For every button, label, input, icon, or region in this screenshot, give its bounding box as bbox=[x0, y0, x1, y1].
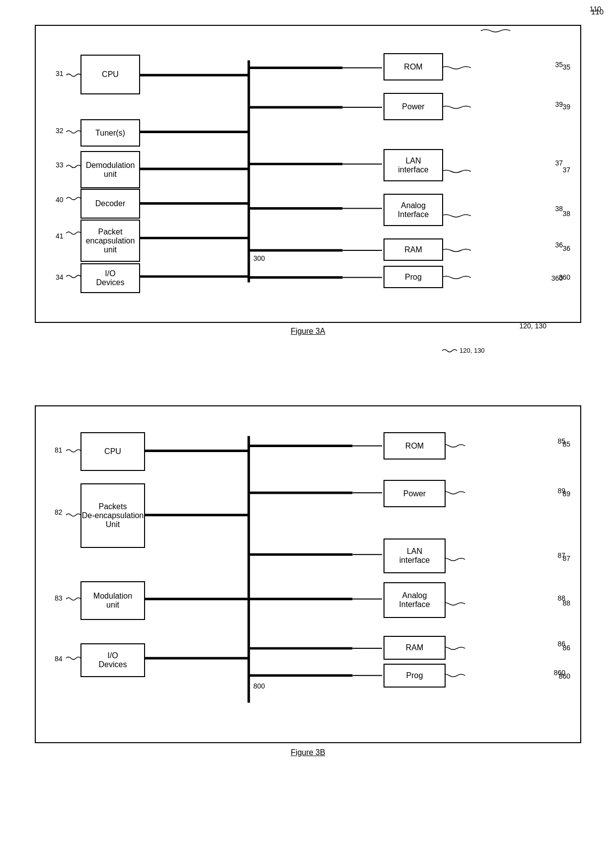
prog-a-label: Prog bbox=[405, 273, 422, 282]
ram-b-refnum: 86 bbox=[562, 644, 570, 652]
rom-a-box: ROM bbox=[384, 53, 443, 80]
rom-a-ref: 35 bbox=[555, 61, 563, 69]
cpu-a-label: CPU bbox=[102, 70, 119, 79]
io-a-box: I/O Devices bbox=[80, 263, 140, 293]
lan-a-label: LAN interface bbox=[398, 156, 428, 174]
bus-a-label: 300 bbox=[253, 254, 265, 262]
packets-b-ref: 82 bbox=[55, 508, 63, 516]
power-b-label: Power bbox=[403, 489, 426, 498]
fig3b-caption-area: Figure 3B bbox=[10, 748, 606, 757]
rom-b-box: ROM bbox=[384, 432, 446, 460]
between-diagrams: 120, 130 bbox=[35, 336, 581, 366]
fig3a-caption-area: Figure 3A 120, 130 bbox=[10, 327, 606, 336]
analog-b-refnum: 88 bbox=[562, 599, 570, 607]
demod-a-box: Demodulation unit bbox=[80, 151, 140, 188]
power-a-ref2: 39 bbox=[562, 103, 570, 111]
bus-b-label: 800 bbox=[253, 682, 265, 690]
ram-b-box: RAM bbox=[384, 636, 446, 660]
modulation-b-label: Modulation unit bbox=[93, 592, 132, 610]
decoder-a-label: Decoder bbox=[95, 199, 125, 208]
lan-a-ref2: 37 bbox=[562, 166, 570, 174]
lan-b-refnum: 87 bbox=[562, 554, 570, 562]
analog-a-label: Analog Interface bbox=[398, 201, 429, 219]
rom-a-ref2: 35 bbox=[562, 63, 570, 71]
analog-a-box: Analog Interface bbox=[384, 194, 443, 226]
packet-a-box: Packet encapsulation unit bbox=[80, 220, 140, 262]
prog-b-box: Prog bbox=[384, 664, 446, 688]
power-b-refnum: 89 bbox=[562, 490, 570, 498]
packet-a-label: Packet encapsulation unit bbox=[86, 228, 135, 254]
ram-a-ref: 36 bbox=[555, 241, 563, 249]
tuners-a-label: Tuner(s) bbox=[95, 129, 125, 138]
analog-a-ref2: 38 bbox=[562, 210, 570, 218]
analog-b-box: Analog Interface bbox=[384, 582, 446, 618]
analog-b-label: Analog Interface bbox=[399, 591, 430, 609]
cpu-b-box: CPU bbox=[80, 432, 145, 471]
cpu-a-box: CPU bbox=[80, 55, 140, 94]
lan-a-box: LAN interface bbox=[384, 149, 443, 181]
figure-3a-container: CPU 31 Tuner(s) 32 Demodulation unit 33 … bbox=[35, 25, 581, 323]
rom-b-refnum: 85 bbox=[562, 440, 570, 448]
io-b-ref: 84 bbox=[55, 655, 63, 663]
prog-b-refnum: 860 bbox=[559, 672, 570, 680]
cpu-b-ref: 81 bbox=[55, 446, 63, 454]
ram-a-label: RAM bbox=[404, 245, 422, 254]
decoder-a-ref: 40 bbox=[56, 196, 64, 204]
rom-b-label: ROM bbox=[405, 442, 424, 451]
decoder-a-box: Decoder bbox=[80, 189, 140, 219]
lan-b-box: LAN interface bbox=[384, 539, 446, 573]
cpu-a-ref: 31 bbox=[56, 70, 64, 77]
io-b-label: I/O Devices bbox=[99, 651, 127, 669]
ram-a-ref2: 36 bbox=[562, 244, 570, 252]
fig3a-caption: Figure 3A bbox=[291, 327, 325, 335]
tuners-a-box: Tuner(s) bbox=[80, 119, 140, 147]
svg-text:120, 130: 120, 130 bbox=[460, 347, 485, 354]
page: 110 bbox=[0, 0, 616, 847]
analog-a-ref: 38 bbox=[555, 205, 563, 213]
figure-3b-container: CPU 81 Packets De-encapsulation Unit 82 … bbox=[35, 405, 581, 743]
ram-b-label: RAM bbox=[406, 643, 424, 652]
modulation-b-box: Modulation unit bbox=[80, 581, 145, 620]
ref-120-130: 120, 130 bbox=[520, 322, 547, 330]
power-a-box: Power bbox=[384, 93, 443, 120]
io-a-ref: 34 bbox=[56, 273, 64, 281]
power-b-box: Power bbox=[384, 480, 446, 507]
corner-110: 110 bbox=[591, 7, 604, 16]
rom-a-label: ROM bbox=[404, 63, 422, 72]
demod-a-label: Demodulation unit bbox=[86, 161, 135, 179]
power-a-label: Power bbox=[402, 102, 424, 111]
packets-b-label: Packets De-encapsulation Unit bbox=[82, 502, 144, 529]
demod-a-ref: 33 bbox=[56, 161, 64, 169]
cpu-b-label: CPU bbox=[104, 447, 121, 456]
packets-b-box: Packets De-encapsulation Unit bbox=[80, 483, 145, 548]
ram-a-box: RAM bbox=[384, 238, 443, 261]
io-a-label: I/O Devices bbox=[96, 269, 125, 287]
io-b-box: I/O Devices bbox=[80, 643, 145, 677]
packet-a-ref: 41 bbox=[56, 232, 64, 240]
power-a-ref: 39 bbox=[555, 100, 563, 108]
modulation-b-ref: 83 bbox=[55, 594, 63, 602]
fig3b-caption: Figure 3B bbox=[291, 748, 325, 757]
prog-b-label: Prog bbox=[406, 671, 423, 680]
between-svg: 120, 130 bbox=[35, 336, 581, 366]
lan-b-label: LAN interface bbox=[399, 547, 430, 565]
tuners-a-ref: 32 bbox=[56, 127, 64, 135]
lan-a-ref: 37 bbox=[555, 159, 563, 167]
prog-a-box: Prog bbox=[384, 266, 443, 288]
prog-a-ref2: 360 bbox=[559, 273, 570, 281]
